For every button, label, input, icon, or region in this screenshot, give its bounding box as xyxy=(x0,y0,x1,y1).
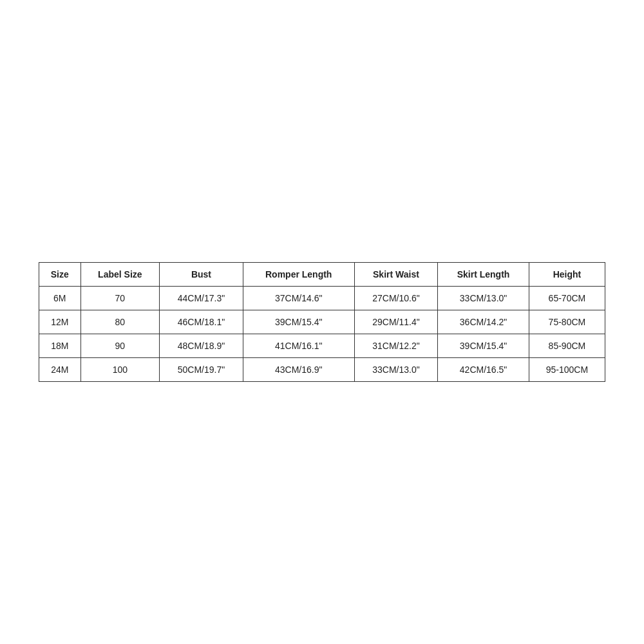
table-row: 12M8046CM/18.1"39CM/15.4"29CM/11.4"36CM/… xyxy=(39,310,605,334)
size-chart-container: Size Label Size Bust Romper Length Skirt… xyxy=(39,262,605,382)
cell-bust-row0: 44CM/17.3" xyxy=(160,287,243,310)
cell-bust-row1: 46CM/18.1" xyxy=(160,310,243,334)
cell-skirt_length-row0: 33CM/13.0" xyxy=(438,287,529,310)
size-chart-table: Size Label Size Bust Romper Length Skirt… xyxy=(39,262,605,382)
cell-label_size-row2: 90 xyxy=(80,334,160,358)
cell-bust-row2: 48CM/18.9" xyxy=(160,334,243,358)
cell-skirt_waist-row3: 33CM/13.0" xyxy=(354,358,438,382)
cell-romper_length-row2: 41CM/16.1" xyxy=(243,334,354,358)
cell-height-row0: 65-70CM xyxy=(529,287,605,310)
col-header-skirt-waist: Skirt Waist xyxy=(354,263,438,287)
col-header-size: Size xyxy=(39,263,81,287)
cell-label_size-row3: 100 xyxy=(80,358,160,382)
cell-skirt_length-row2: 39CM/15.4" xyxy=(438,334,529,358)
cell-size-row2: 18M xyxy=(39,334,81,358)
col-header-bust: Bust xyxy=(160,263,243,287)
cell-label_size-row1: 80 xyxy=(80,310,160,334)
cell-romper_length-row0: 37CM/14.6" xyxy=(243,287,354,310)
cell-romper_length-row1: 39CM/15.4" xyxy=(243,310,354,334)
cell-size-row1: 12M xyxy=(39,310,81,334)
cell-size-row0: 6M xyxy=(39,287,81,310)
cell-height-row1: 75-80CM xyxy=(529,310,605,334)
cell-height-row3: 95-100CM xyxy=(529,358,605,382)
cell-skirt_waist-row2: 31CM/12.2" xyxy=(354,334,438,358)
table-header-row: Size Label Size Bust Romper Length Skirt… xyxy=(39,263,605,287)
cell-romper_length-row3: 43CM/16.9" xyxy=(243,358,354,382)
cell-skirt_length-row3: 42CM/16.5" xyxy=(438,358,529,382)
cell-label_size-row0: 70 xyxy=(80,287,160,310)
cell-skirt_waist-row0: 27CM/10.6" xyxy=(354,287,438,310)
col-header-height: Height xyxy=(529,263,605,287)
table-row: 18M9048CM/18.9"41CM/16.1"31CM/12.2"39CM/… xyxy=(39,334,605,358)
cell-size-row3: 24M xyxy=(39,358,81,382)
cell-skirt_waist-row1: 29CM/11.4" xyxy=(354,310,438,334)
cell-bust-row3: 50CM/19.7" xyxy=(160,358,243,382)
table-row: 6M7044CM/17.3"37CM/14.6"27CM/10.6"33CM/1… xyxy=(39,287,605,310)
col-header-label-size: Label Size xyxy=(80,263,160,287)
cell-skirt_length-row1: 36CM/14.2" xyxy=(438,310,529,334)
col-header-skirt-length: Skirt Length xyxy=(438,263,529,287)
cell-height-row2: 85-90CM xyxy=(529,334,605,358)
table-row: 24M10050CM/19.7"43CM/16.9"33CM/13.0"42CM… xyxy=(39,358,605,382)
col-header-romper-length: Romper Length xyxy=(243,263,354,287)
